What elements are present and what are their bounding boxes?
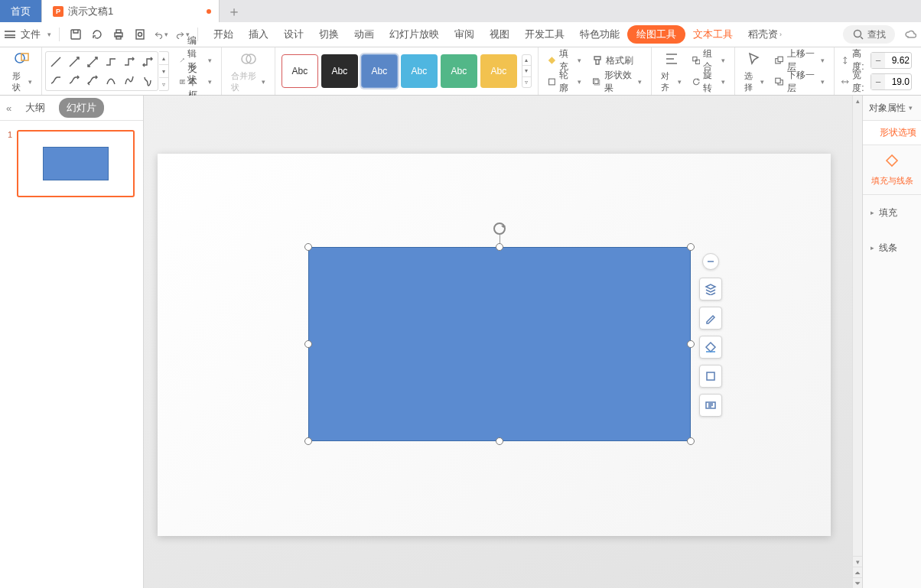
scroll-up-icon[interactable]: ▴ — [853, 96, 862, 106]
line-grid-spinner[interactable]: ▴▾▿ — [159, 51, 169, 91]
resize-handle-ml[interactable] — [304, 340, 312, 348]
menu-animation[interactable]: 动画 — [347, 22, 382, 47]
menu-review[interactable]: 审阅 — [447, 22, 482, 47]
chevron-down-icon: ▾ — [47, 31, 51, 38]
select-icon — [747, 49, 762, 69]
merge-shape-icon — [240, 49, 257, 69]
shapes-button[interactable]: 形状▾ — [9, 49, 35, 93]
style-swatch-6[interactable]: Abc — [480, 54, 517, 88]
rotation-handle[interactable] — [493, 223, 506, 235]
rotate-button[interactable]: 旋转▾ — [689, 73, 729, 91]
slide-thumbnail-1[interactable] — [17, 130, 135, 197]
resize-handle-br[interactable] — [687, 437, 695, 445]
search-button[interactable]: 查找 — [843, 25, 895, 44]
tab-home[interactable]: 首页 — [0, 0, 42, 22]
slide-number: 1 — [8, 130, 12, 139]
bring-forward-button[interactable]: 上移一层▾ — [772, 51, 827, 70]
width-dec[interactable]: − — [871, 74, 885, 89]
presentation-icon: P — [53, 6, 63, 17]
tab-add[interactable]: ＋ — [220, 0, 249, 22]
resize-handle-tm[interactable] — [496, 243, 503, 251]
svg-rect-13 — [594, 79, 598, 83]
svg-rect-2 — [116, 30, 121, 33]
shape-effects-button[interactable]: 形状效果▾ — [589, 73, 645, 91]
outline-button[interactable]: 轮廓▾ — [545, 73, 584, 91]
height-dec[interactable]: − — [871, 53, 885, 68]
align-button[interactable]: 对齐▾ — [658, 49, 684, 93]
textbox-button[interactable]: 文本框▾ — [177, 73, 215, 91]
scroll-down-icon[interactable]: ▾ — [853, 556, 862, 567]
selected-shape[interactable] — [308, 247, 691, 441]
line-shape-grid[interactable] — [45, 51, 158, 91]
float-collapse-icon[interactable] — [702, 253, 719, 270]
hamburger-icon[interactable] — [5, 31, 15, 38]
rectangle-shape[interactable] — [308, 247, 691, 441]
format-painter-button[interactable]: 格式刷 — [589, 51, 645, 70]
style-swatch-2[interactable]: Abc — [321, 54, 358, 88]
vertical-scrollbar[interactable]: ▴ ▾ ⏶ ⏷ — [852, 96, 862, 588]
shape-options-tab[interactable]: 形状选项 — [863, 121, 921, 145]
outline-tab[interactable]: 大纲 — [18, 98, 53, 118]
scroll-prev-icon[interactable]: ⏶ — [853, 567, 862, 577]
print-preview-icon[interactable] — [133, 28, 147, 41]
menu-view[interactable]: 视图 — [482, 22, 517, 47]
resize-handle-bl[interactable] — [304, 437, 312, 445]
unsaved-dot-icon — [207, 9, 211, 14]
menu-docer[interactable]: 稻壳资› — [740, 22, 789, 47]
fill-section[interactable]: ▸填充 — [863, 195, 921, 230]
float-text-icon[interactable] — [699, 394, 722, 417]
fill-and-line-section[interactable]: 填充与线条 — [863, 145, 921, 195]
caret-right-icon: ▸ — [871, 209, 874, 216]
select-button[interactable]: 选择▾ — [741, 49, 767, 93]
style-swatch-1[interactable]: Abc — [282, 54, 318, 88]
collapse-pane-icon[interactable]: « — [6, 102, 11, 114]
height-icon — [841, 54, 850, 67]
search-label: 查找 — [867, 28, 886, 41]
tab-document[interactable]: P 演示文稿1 — [42, 0, 220, 22]
resize-handle-tl[interactable] — [304, 243, 312, 251]
scroll-next-icon[interactable]: ⏷ — [853, 577, 862, 588]
send-backward-button[interactable]: 下移一层▾ — [772, 73, 827, 91]
float-fill-icon[interactable] — [699, 336, 722, 359]
line-section[interactable]: ▸线条 — [863, 230, 921, 265]
print-icon[interactable] — [112, 28, 125, 41]
shape-style-gallery[interactable]: Abc Abc Abc Abc Abc Abc ▴▾▿ — [282, 54, 532, 88]
width-label: 宽度: — [852, 69, 867, 95]
cloud-icon[interactable] — [904, 28, 916, 42]
menu-drawing-tools[interactable]: 绘图工具 — [627, 25, 685, 44]
style-gallery-more[interactable]: ▴▾▿ — [522, 54, 532, 88]
menu-special[interactable]: 特色功能 — [572, 22, 627, 47]
menu-transition[interactable]: 切换 — [311, 22, 347, 47]
svg-point-5 — [138, 33, 142, 37]
height-input[interactable] — [885, 55, 911, 66]
file-menu[interactable]: 文件 — [21, 28, 41, 41]
slides-tab[interactable]: 幻灯片 — [59, 98, 104, 118]
float-layers-icon[interactable] — [699, 278, 722, 300]
menu-slideshow[interactable]: 幻灯片放映 — [382, 22, 447, 47]
style-swatch-3[interactable]: Abc — [361, 54, 398, 88]
float-brush-icon[interactable] — [699, 307, 722, 330]
width-spinner[interactable]: − — [871, 73, 912, 90]
menu-start[interactable]: 开始 — [206, 22, 241, 47]
refresh-icon[interactable] — [90, 28, 104, 41]
resize-handle-bm[interactable] — [496, 437, 503, 445]
merge-shape-button[interactable]: 合并形状▾ — [228, 49, 268, 93]
menu-text-tools[interactable]: 文本工具 — [685, 22, 740, 47]
group-button[interactable]: 组合▾ — [689, 51, 729, 70]
float-outline-icon[interactable] — [699, 365, 722, 388]
style-swatch-4[interactable]: Abc — [401, 54, 438, 88]
tab-doc-label: 演示文稿1 — [68, 5, 113, 18]
menu-design[interactable]: 设计 — [276, 22, 311, 47]
menu-insert[interactable]: 插入 — [241, 22, 276, 47]
height-spinner[interactable]: − — [871, 52, 912, 69]
resize-handle-mr[interactable] — [687, 340, 695, 348]
object-props-title[interactable]: 对象属性▾ — [863, 96, 921, 121]
undo-icon[interactable]: ▾ — [155, 28, 168, 41]
fill-button[interactable]: 填充▾ — [545, 51, 584, 70]
width-input[interactable] — [885, 76, 911, 87]
style-swatch-5[interactable]: Abc — [441, 54, 477, 88]
resize-handle-tr[interactable] — [687, 243, 695, 251]
thumbnail-shape — [43, 147, 109, 180]
save-icon[interactable] — [69, 28, 83, 41]
menu-devtools[interactable]: 开发工具 — [517, 22, 572, 47]
